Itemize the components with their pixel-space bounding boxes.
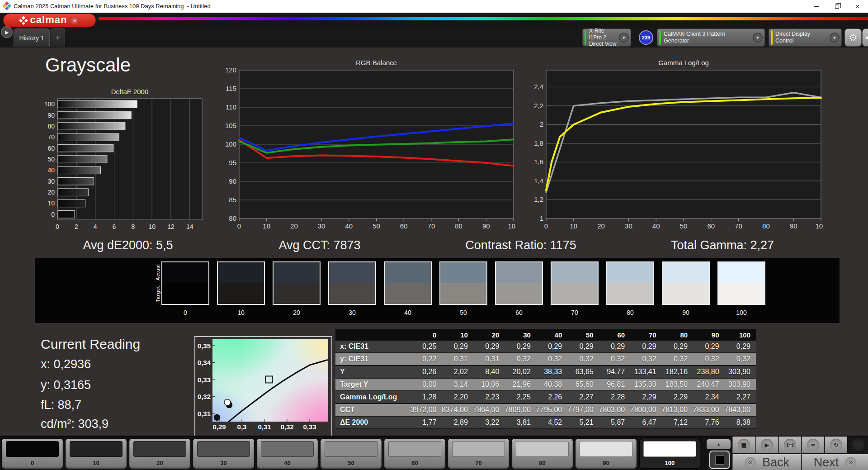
table-cell: 0,22 (410, 353, 442, 366)
stat-avg-de2000: Avg dE2000: 5,5 (83, 238, 173, 252)
swatch-target-color (440, 283, 486, 304)
table-row: Y0,262,028,4020,0238,3363,6594,77133,411… (335, 366, 756, 379)
swatch-actual-color (218, 262, 264, 283)
patch-level-label: 50 (321, 460, 382, 466)
patch-level-button-10[interactable]: 10 (66, 439, 127, 469)
reading-fl: fL: 88,7 (41, 398, 81, 412)
axis-tick-label: 100 (225, 140, 236, 148)
table-cell: 2,26 (536, 391, 567, 404)
patch-level-button-40[interactable]: 40 (257, 439, 318, 469)
patch-color-swatch (516, 441, 569, 457)
table-cell: 3,14 (442, 379, 473, 391)
swatch-target-color (663, 283, 709, 304)
patch-level-button-30[interactable]: 30 (193, 439, 254, 469)
axis-tick-label: 100 (508, 222, 515, 230)
axis-tick-label: 0 (56, 223, 59, 230)
table-cell: 2,29 (630, 391, 661, 404)
stat-total-gamma: Total Gamma: 2,27 (671, 238, 774, 252)
meter-name: X-Rite i1Pro 2 (589, 28, 606, 40)
back-button[interactable]: « Back (732, 454, 801, 470)
table-header-cell: 80 (662, 329, 693, 341)
axis-tick-label: 10 (263, 222, 270, 230)
patch-level-button-50[interactable]: 50 (321, 439, 382, 469)
daylight-locus-curve (228, 360, 327, 422)
expand-patch-panel-button[interactable]: ▲ (707, 439, 731, 449)
patch-level-button-20[interactable]: 20 (129, 439, 190, 469)
table-cell: 0,29 (599, 341, 630, 353)
meter-dropdown[interactable]: X-Rite i1Pro 2 Direct View ▼ (582, 28, 631, 47)
axis-tick-label: 2,4 (534, 83, 543, 90)
display-control-dropdown[interactable]: Direct Display Control ▼ (769, 28, 842, 47)
patch-level-button-100[interactable]: 100 (639, 439, 700, 469)
table-cell: 7797,00 (567, 404, 599, 417)
table-cell: 2,27 (725, 391, 756, 404)
table-row-label: ΔE 2000 (335, 417, 410, 429)
next-button[interactable]: Next » (802, 454, 868, 470)
table-cell: 303,90 (725, 379, 756, 391)
table-cell: 0,32 (536, 353, 567, 366)
patch-level-button-80[interactable]: 80 (512, 439, 573, 469)
table-header-row: 0102030405060708090100 (335, 329, 756, 341)
collapse-panel-button[interactable]: ◀ (862, 28, 868, 47)
axis-tick-label: 14 (186, 223, 193, 230)
stop-button[interactable]: ■ (732, 437, 755, 453)
table-cell: 0,29 (473, 341, 505, 353)
pattern-window-button[interactable] (709, 451, 730, 469)
calman-logo-text: calman (30, 15, 67, 25)
display-control-label: Direct Display Control (773, 31, 830, 44)
axis-tick-label: 10 (47, 199, 55, 207)
settings-button[interactable]: ⚙ (844, 28, 862, 47)
meter-count-badge[interactable]: 239 (639, 30, 653, 45)
patch-level-button-90[interactable]: 90 (576, 439, 637, 469)
axis-tick-label: 40 (47, 166, 55, 174)
table-cell: 40,38 (536, 379, 567, 391)
measure-button[interactable]: [··] (778, 437, 801, 453)
axis-tick-label: 10 (570, 222, 577, 230)
patch-color-swatch (261, 441, 314, 457)
deltae-bar-0 (58, 211, 75, 218)
patch-level-button-70[interactable]: 70 (448, 439, 509, 469)
calman-app-window: Calman 2025 Calman Ultimate for Business… (0, 0, 868, 470)
table-header-cell: 100 (725, 329, 756, 341)
add-tab-button[interactable]: + (51, 28, 65, 47)
play-button[interactable]: ▶ (755, 437, 778, 453)
table-row-label: Y (335, 366, 410, 379)
deltae-bar-30 (58, 177, 94, 185)
close-button[interactable]: ✕ (847, 0, 868, 13)
patch-level-label: 60 (384, 460, 445, 466)
patch-level-label: 70 (448, 460, 509, 466)
patch-level-label: 100 (639, 460, 700, 466)
pattern-window-icon (715, 456, 724, 465)
patch-level-button-0[interactable]: 0 (2, 439, 63, 469)
pattern-generator-dropdown[interactable]: CalMAN Client 3 Pattern Generator ▼ (657, 28, 765, 47)
tab-history-1[interactable]: History 1 (14, 28, 50, 47)
swatch-level-label: 0 (161, 309, 209, 316)
table-cell: 0,31 (442, 353, 473, 366)
table-cell: 183,50 (662, 379, 693, 391)
table-cell: 21,96 (505, 379, 536, 391)
tab-scroll-button[interactable]: ▶ (1, 26, 13, 38)
refresh-button[interactable]: ↻ (825, 437, 847, 453)
patch-color-swatch (580, 441, 632, 457)
calman-menu-button[interactable]: calman ▼ (3, 14, 96, 27)
table-cell: 8374,00 (442, 404, 473, 417)
swatch-level-label: 50 (439, 309, 487, 316)
table-cell: 0,29 (442, 341, 473, 353)
table-cell: 0,29 (567, 341, 599, 353)
patch-color-swatch (70, 441, 123, 457)
swatch-target-color (607, 283, 653, 304)
table-cell: 20,02 (505, 366, 536, 379)
swatch-target-color (329, 283, 375, 304)
minimize-button[interactable] (806, 0, 826, 13)
axis-tick-label: 80 (47, 123, 55, 130)
swatch-80 (606, 261, 654, 305)
table-header-cell: 40 (536, 329, 567, 341)
patch-level-button-60[interactable]: 60 (384, 439, 445, 469)
axis-tick-label: 70 (428, 222, 435, 230)
table-cell: 7803,00 (599, 404, 630, 417)
loop-button[interactable]: ∞ (802, 437, 824, 453)
axis-tick-label: RGB Balance (356, 59, 397, 66)
restore-button[interactable] (826, 0, 847, 13)
table-cell: 0,32 (630, 353, 661, 366)
table-cell: 5,21 (567, 417, 599, 429)
